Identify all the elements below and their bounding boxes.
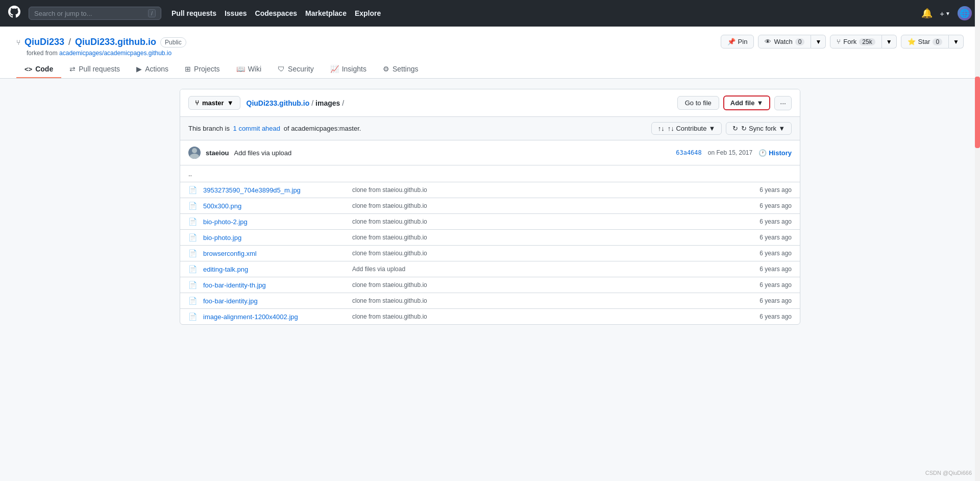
more-options-button[interactable]: ···: [774, 96, 792, 110]
search-kbd: /: [148, 9, 156, 17]
file-icon: 📄: [188, 297, 197, 305]
scrollbar-thumb[interactable]: [975, 77, 980, 148]
file-commit-msg: clone from staeiou.github.io: [352, 250, 753, 257]
avatar[interactable]: 🌐: [958, 6, 972, 20]
commit-hash-link[interactable]: 63a4648: [676, 149, 702, 156]
fork-source-link[interactable]: academicpages/academicpages.github.io: [59, 50, 172, 57]
main-content: ⑂ master ▼ QiuDi233.github.io / images /…: [163, 79, 817, 335]
top-nav-right: 🔔 + ▼ 🌐: [921, 6, 972, 20]
file-row: 📄 500x300.png clone from staeiou.github.…: [180, 198, 800, 214]
file-icon: 📄: [188, 186, 197, 194]
search-box[interactable]: Search or jump to... /: [29, 7, 161, 20]
plus-icon[interactable]: + ▼: [940, 9, 950, 18]
security-tab-icon: 🛡: [278, 65, 285, 73]
file-icon: 📄: [188, 249, 197, 257]
watch-icon: 👁: [765, 38, 771, 45]
file-name-link[interactable]: editing-talk.png: [203, 266, 346, 273]
tab-insights[interactable]: 📈 Insights: [322, 61, 375, 78]
repo-tabs: <> Code ⇄ Pull requests ▶ Actions ⊞ Proj…: [16, 61, 964, 78]
scrollbar[interactable]: [975, 0, 980, 335]
notification-icon[interactable]: 🔔: [921, 8, 933, 19]
add-file-label: Add file: [730, 99, 755, 107]
settings-tab-icon: ⚙: [383, 65, 389, 73]
branch-selector-button[interactable]: ⑂ master ▼: [188, 96, 240, 110]
nav-link-explore[interactable]: Explore: [355, 9, 381, 17]
history-link[interactable]: 🕐 History: [758, 149, 792, 157]
commits-ahead-link[interactable]: 1 commit ahead: [233, 125, 281, 132]
file-name-link[interactable]: bio-photo-2.jpg: [203, 218, 346, 226]
file-actions: Go to file Add file ▼ ···: [677, 95, 792, 110]
branch-action-buttons: ↑↓ ↑↓ Contribute ▼ ↻ ↻ Sync fork ▼: [651, 122, 792, 135]
file-row: 📄 editing-talk.png Add files via upload …: [180, 261, 800, 277]
nav-link-pull-requests[interactable]: Pull requests: [172, 9, 216, 17]
github-logo-icon[interactable]: [8, 6, 20, 21]
file-browser-header: ⑂ master ▼ QiuDi233.github.io / images /…: [180, 89, 800, 116]
breadcrumb-sep-1: /: [311, 99, 313, 107]
svg-point-0: [192, 148, 197, 153]
file-icon: 📄: [188, 281, 197, 289]
file-commit-msg: clone from staeiou.github.io: [352, 281, 753, 288]
file-commit-msg: clone from staeiou.github.io: [352, 186, 753, 194]
code-tab-icon: <>: [24, 65, 32, 73]
file-name-link[interactable]: browserconfig.xml: [203, 250, 346, 257]
file-name-link[interactable]: 500x300.png: [203, 202, 346, 210]
tab-projects[interactable]: ⊞ Projects: [177, 61, 228, 78]
breadcrumb-sep-2: /: [342, 99, 344, 107]
sync-icon: ↻: [732, 125, 738, 132]
branch-info-bar: This branch is 1 commit ahead of academi…: [180, 116, 800, 140]
sync-fork-button[interactable]: ↻ ↻ Sync fork ▼: [726, 122, 792, 135]
watch-caret-button[interactable]: ▼: [811, 35, 826, 49]
star-button[interactable]: ⭐ Star 0: [901, 35, 949, 49]
parent-dir-row: ..: [180, 165, 800, 182]
repo-type-icon: ⑂: [16, 38, 20, 46]
contribute-button[interactable]: ↑↓ ↑↓ Contribute ▼: [651, 122, 722, 135]
file-icon: 📄: [188, 218, 197, 226]
fork-icon: ⑂: [837, 38, 841, 45]
nav-link-codespaces[interactable]: Codespaces: [255, 9, 297, 17]
file-row: 📄 image-alignment-1200x4002.jpg clone fr…: [180, 309, 800, 324]
add-file-button[interactable]: Add file ▼: [723, 95, 771, 110]
pin-button[interactable]: 📌 Pin: [721, 35, 754, 49]
watch-btn-group: 👁 Watch 0 ▼: [758, 35, 826, 49]
file-row: 📄 browserconfig.xml clone from staeiou.g…: [180, 246, 800, 261]
tab-pull-requests[interactable]: ⇄ Pull requests: [61, 61, 128, 78]
repo-name-link[interactable]: QiuDi233.github.io: [75, 37, 156, 47]
commit-right: 63a4648 on Feb 15, 2017 🕐 History: [676, 149, 792, 157]
goto-file-button[interactable]: Go to file: [677, 96, 719, 110]
file-name-link[interactable]: foo-bar-identity-th.jpg: [203, 281, 346, 289]
tab-code[interactable]: <> Code: [16, 61, 61, 78]
file-name-link[interactable]: 3953273590_704e3899d5_m.jpg: [203, 186, 346, 194]
public-badge: Public: [160, 37, 186, 47]
star-caret-button[interactable]: ▼: [949, 35, 964, 49]
contribute-icon: ↑↓: [658, 125, 665, 132]
file-name-link[interactable]: foo-bar-identity.jpg: [203, 297, 346, 305]
top-nav: Search or jump to... / Pull requests Iss…: [0, 0, 980, 27]
file-time: 6 years ago: [760, 218, 792, 225]
tab-settings[interactable]: ⚙ Settings: [375, 61, 427, 78]
repo-owner-link[interactable]: QiuDi233: [24, 37, 64, 47]
tab-wiki[interactable]: 📖 Wiki: [228, 61, 270, 78]
nav-link-issues[interactable]: Issues: [225, 9, 247, 17]
nav-link-marketplace[interactable]: Marketplace: [305, 9, 347, 17]
repo-sep: /: [68, 37, 71, 47]
fork-button[interactable]: ⑂ Fork 25k: [830, 35, 881, 49]
projects-tab-icon: ⊞: [185, 65, 191, 73]
commit-date: on Feb 15, 2017: [708, 149, 752, 156]
breadcrumb-repo-link[interactable]: QiuDi233.github.io: [247, 99, 310, 107]
parent-dir-link[interactable]: ..: [188, 170, 192, 178]
tab-security[interactable]: 🛡 Security: [270, 61, 322, 78]
file-time: 6 years ago: [760, 297, 792, 304]
file-name-link[interactable]: image-alignment-1200x4002.jpg: [203, 313, 346, 321]
file-name-link[interactable]: bio-photo.jpg: [203, 234, 346, 242]
breadcrumb-current: images: [315, 99, 340, 107]
file-time: 6 years ago: [760, 250, 792, 257]
branch-chevron-icon: ▼: [227, 99, 234, 107]
file-time: 6 years ago: [760, 281, 792, 288]
commit-author-link[interactable]: staeiou: [206, 149, 229, 157]
tab-actions[interactable]: ▶ Actions: [128, 61, 177, 78]
file-time: 6 years ago: [760, 313, 792, 320]
watch-button[interactable]: 👁 Watch 0: [758, 35, 811, 49]
star-icon: ⭐: [908, 38, 916, 45]
file-row: 📄 foo-bar-identity-th.jpg clone from sta…: [180, 277, 800, 293]
fork-caret-button[interactable]: ▼: [882, 35, 897, 49]
